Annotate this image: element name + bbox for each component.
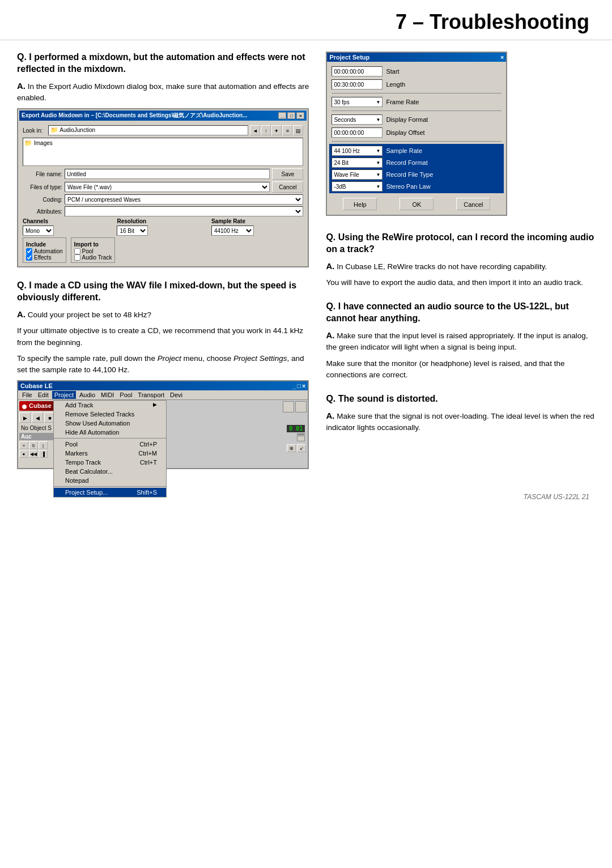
window-controls: _ □ × <box>278 112 304 119</box>
menu-devi[interactable]: Devi <box>168 391 185 399</box>
file-name-label: File name: <box>23 171 62 177</box>
import-title: Import to <box>74 241 112 248</box>
psd-help-btn[interactable]: Help <box>343 198 377 210</box>
q2-italic-settings: Project Settings <box>233 354 287 363</box>
psd-body: 00:00:00:00 Start 00:30:00:00 Length 30 … <box>327 62 506 215</box>
psd-sample-rate-row: 44 100 Hz ▼ Sample Rate <box>332 146 502 156</box>
cancel-button[interactable]: Cancel <box>272 181 303 193</box>
page-header: 7 – Troubleshooting <box>0 0 612 40</box>
qa-block-4: Q. I have connected an audio source to t… <box>326 301 595 381</box>
ff-btn[interactable]: ▐ <box>39 450 48 458</box>
automation-checkbox[interactable] <box>26 248 32 254</box>
psd-sample-rate-select[interactable]: 44 100 Hz ▼ <box>332 146 382 156</box>
menu-edit[interactable]: Edit <box>36 391 51 399</box>
options-icon[interactable]: ▤ <box>293 125 303 135</box>
menu-remove-selected-label: Remove Selected Tracks <box>65 411 134 418</box>
folder-icon: 📁 <box>50 126 58 133</box>
automation-checkbox-label: Automation <box>26 248 63 254</box>
menu-hide-automation[interactable]: Hide All Automation <box>54 428 166 437</box>
cubase-minimize[interactable]: _ <box>292 382 296 389</box>
up-icon[interactable]: ↑ <box>261 125 271 135</box>
files-of-type-select[interactable]: Wave File (*.wav) <box>65 182 270 192</box>
back-icon[interactable]: ◄ <box>250 125 260 135</box>
psd-display-offset-label: Display Offset <box>386 129 424 136</box>
q2-heading: Q. I made a CD using the WAV file I mixe… <box>17 280 309 304</box>
close-btn[interactable]: × <box>296 112 304 119</box>
psd-start-value[interactable]: 00:00:00:00 <box>332 66 382 76</box>
menu-divider-1 <box>54 438 166 439</box>
psd-framerate-arrow: ▼ <box>376 100 380 105</box>
menu-divider-2 <box>54 486 166 487</box>
psd-close-btn[interactable]: × <box>500 54 504 61</box>
look-in-value[interactable]: 📁 AudioJunction <box>48 125 248 135</box>
menu-transport[interactable]: Transport <box>135 391 167 399</box>
include-import-row: Include Automation Effects Import <box>23 237 303 263</box>
track-icon-group <box>283 401 307 412</box>
menu-midi[interactable]: MIDI <box>99 391 116 399</box>
menu-notepad[interactable]: Notepad <box>54 476 166 485</box>
save-button[interactable]: Save <box>272 168 303 180</box>
play-btn[interactable]: ▶ <box>19 412 31 423</box>
cubase-maximize[interactable]: □ <box>297 382 301 389</box>
cubase-titlebar: Cubase LE _ □ × <box>18 381 308 390</box>
grid-icon[interactable]: ⊞ <box>287 444 296 452</box>
psd-display-format-value: Seconds <box>334 117 356 123</box>
sample-rate-select[interactable]: 44100 Hz <box>211 225 254 236</box>
file-name-input[interactable] <box>65 169 270 179</box>
psd-stereo-pan-select[interactable]: -3dB ▼ <box>332 181 382 192</box>
minimize-btn[interactable]: _ <box>278 112 286 119</box>
attributes-select[interactable] <box>65 206 303 216</box>
q3-answer-label: A. <box>326 261 334 271</box>
track-icon-1 <box>283 401 294 412</box>
rw-btn[interactable]: ◀◀ <box>29 450 38 458</box>
psd-display-format-select[interactable]: Seconds ▼ <box>332 114 382 125</box>
menu-file[interactable]: File <box>20 391 35 399</box>
menu-markers[interactable]: Markers Ctrl+M <box>54 449 166 458</box>
menu-pool[interactable]: Pool <box>117 391 134 399</box>
audio-track-label: Audio Track <box>82 254 112 261</box>
views-icon[interactable]: ≡ <box>282 125 292 135</box>
psd-length-value[interactable]: 00:30:00:00 <box>332 79 382 90</box>
automation-label: Automation <box>34 248 63 254</box>
menu-add-track[interactable]: Add Track ▶ <box>54 401 166 410</box>
psd-framerate-select[interactable]: 30 fps ▼ <box>332 97 382 107</box>
resolution-select[interactable]: 16 Bit <box>117 225 148 236</box>
pool-checkbox[interactable] <box>74 248 80 254</box>
channels-select[interactable]: Mono <box>23 225 54 236</box>
import-box: Import to Pool Audio Track <box>71 237 116 263</box>
rec-btn[interactable]: ● <box>19 450 28 458</box>
menu-beat-calculator[interactable]: Beat Calculator... <box>54 467 166 476</box>
menu-project[interactable]: Project <box>52 391 76 399</box>
menu-audio[interactable]: Audio <box>77 391 97 399</box>
arrow-icon[interactable]: ↙ <box>297 444 306 452</box>
audio-track-checkbox[interactable] <box>74 254 80 261</box>
main-content: Q. I performed a mixdown, but the automa… <box>0 52 612 482</box>
psd-ok-btn[interactable]: OK <box>400 198 434 210</box>
menu-pool[interactable]: Pool Ctrl+P <box>54 440 166 449</box>
include-title: Include <box>26 241 63 248</box>
psd-start-label: Start <box>386 68 399 75</box>
psd-record-file-type-select[interactable]: Wave File ▼ <box>332 169 382 180</box>
psd-framerate-row: 30 fps ▼ Frame Rate <box>332 97 502 107</box>
s-btn[interactable]: S <box>29 441 38 449</box>
menu-remove-selected[interactable]: Remove Selected Tracks <box>54 410 166 419</box>
psd-display-offset-value[interactable]: 00:00:00:00 <box>332 127 382 138</box>
psd-length-label: Length <box>386 81 405 88</box>
psd-start-row: 00:00:00:00 Start <box>332 66 502 76</box>
menu-show-automation[interactable]: Show Used Automation <box>54 419 166 428</box>
export-dialog-titlebar: Export Audio Mixdown in – [C:\Documents … <box>19 110 307 121</box>
psd-cancel-btn[interactable]: Cancel <box>456 198 490 210</box>
menu-project-setup[interactable]: Project Setup... Shift+S <box>54 488 166 497</box>
track-indicator <box>297 433 305 435</box>
coding-select[interactable]: PCM / uncompressed Waves <box>65 194 303 205</box>
new-folder-icon[interactable]: ✦ <box>271 125 282 135</box>
cubase-close[interactable]: × <box>302 382 305 389</box>
psd-record-format-select[interactable]: 24 Bit ▼ <box>332 158 382 168</box>
file-name-row: File name: Save <box>23 168 303 180</box>
back-btn[interactable]: ◀ <box>32 412 43 423</box>
effects-checkbox[interactable] <box>26 254 32 261</box>
maximize-btn[interactable]: □ <box>287 112 295 119</box>
m-btn[interactable]: | <box>39 441 48 449</box>
x-btn[interactable]: × <box>19 441 28 449</box>
menu-tempo-track[interactable]: Tempo Track Ctrl+T <box>54 458 166 467</box>
